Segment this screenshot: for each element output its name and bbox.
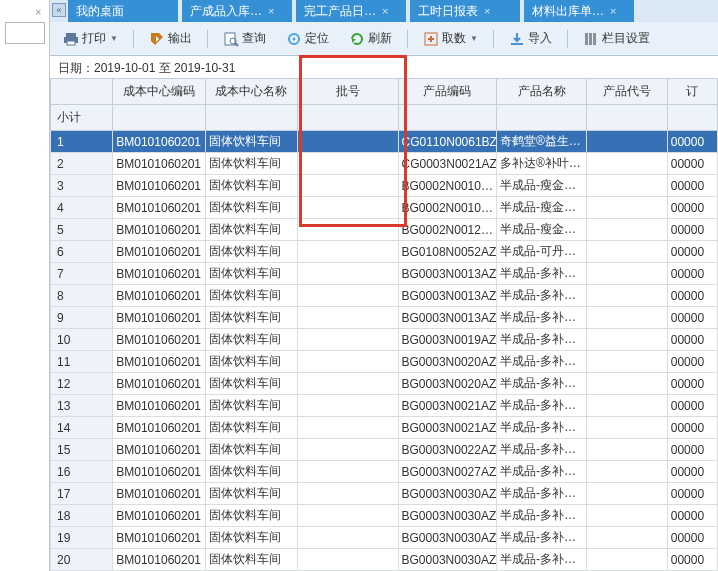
- cell-prod-dh[interactable]: [587, 461, 667, 483]
- table-row[interactable]: 9BM0101060201固体饮料车间BG0003N0013AZ1半成品-多补……: [51, 307, 718, 329]
- close-icon[interactable]: ×: [268, 5, 274, 17]
- table-row[interactable]: 8BM0101060201固体饮料车间BG0003N0013AZ1半成品-多补……: [51, 285, 718, 307]
- cell-cost-name[interactable]: 固体饮料车间: [205, 439, 297, 461]
- cell-cost-name[interactable]: 固体饮料车间: [205, 153, 297, 175]
- cell-prod-code[interactable]: BG0003N0027AZ1: [398, 461, 496, 483]
- cell-prod-code[interactable]: BG0003N0019AZ1: [398, 329, 496, 351]
- cell-rownum[interactable]: 9: [51, 307, 113, 329]
- close-icon[interactable]: ×: [484, 5, 490, 17]
- cell-batch[interactable]: [298, 285, 398, 307]
- cell-rownum[interactable]: 19: [51, 527, 113, 549]
- cell-cost-name[interactable]: 固体饮料车间: [205, 219, 297, 241]
- cell-tail[interactable]: 00000: [667, 373, 717, 395]
- cell-batch[interactable]: [298, 417, 398, 439]
- cell-cost-name[interactable]: 固体饮料车间: [205, 483, 297, 505]
- cell-rownum[interactable]: 7: [51, 263, 113, 285]
- cell-cost-name[interactable]: 固体饮料车间: [205, 549, 297, 571]
- cell-cost-name[interactable]: 固体饮料车间: [205, 417, 297, 439]
- cell-prod-name[interactable]: 半成品-多补…: [496, 483, 586, 505]
- cell-cost-name[interactable]: 固体饮料车间: [205, 307, 297, 329]
- cell-prod-dh[interactable]: [587, 285, 667, 307]
- table-row[interactable]: 1BM0101060201固体饮料车间CG0110N0061BZ1奇鹤堂®益生……: [51, 131, 718, 153]
- cell-prod-dh[interactable]: [587, 351, 667, 373]
- cell-prod-code[interactable]: BG0003N0021AZ1: [398, 395, 496, 417]
- cell-batch[interactable]: [298, 197, 398, 219]
- col-cost-name[interactable]: 成本中心名称: [205, 79, 297, 105]
- cell-batch[interactable]: [298, 395, 398, 417]
- export-button[interactable]: 输出: [144, 28, 197, 49]
- cell-prod-name[interactable]: 半成品-多补…: [496, 505, 586, 527]
- cell-prod-name[interactable]: 半成品-多补…: [496, 417, 586, 439]
- tab-finished-in[interactable]: 产成品入库…×: [182, 0, 292, 22]
- cell-prod-code[interactable]: BG0003N0030AZ1: [398, 483, 496, 505]
- cell-prod-code[interactable]: BG0003N0030AZ1: [398, 527, 496, 549]
- cell-rownum[interactable]: 2: [51, 153, 113, 175]
- cell-prod-dh[interactable]: [587, 395, 667, 417]
- cell-prod-dh[interactable]: [587, 307, 667, 329]
- collapse-icon[interactable]: «: [52, 3, 66, 17]
- tab-hours-report[interactable]: 工时日报表×: [410, 0, 520, 22]
- quick-field[interactable]: [5, 22, 45, 44]
- cell-rownum[interactable]: 3: [51, 175, 113, 197]
- cell-tail[interactable]: 00000: [667, 329, 717, 351]
- cell-prod-dh[interactable]: [587, 131, 667, 153]
- getnum-button[interactable]: 取数▼: [418, 28, 483, 49]
- table-row[interactable]: 2BM0101060201固体饮料车间CG0003N0021AZ1多补达®补叶……: [51, 153, 718, 175]
- cell-cost-name[interactable]: 固体饮料车间: [205, 131, 297, 153]
- cell-cost-code[interactable]: BM0101060201: [113, 373, 205, 395]
- cell-tail[interactable]: 00000: [667, 505, 717, 527]
- cell-cost-name[interactable]: 固体饮料车间: [205, 329, 297, 351]
- table-row[interactable]: 11BM0101060201固体饮料车间BG0003N0020AZ1半成品-多补…: [51, 351, 718, 373]
- cell-prod-name[interactable]: 半成品-多补…: [496, 351, 586, 373]
- table-row[interactable]: 20BM0101060201固体饮料车间BG0003N0030AZ1半成品-多补…: [51, 549, 718, 571]
- cell-rownum[interactable]: 10: [51, 329, 113, 351]
- cell-prod-code[interactable]: BG0003N0013AZ1: [398, 263, 496, 285]
- cell-batch[interactable]: [298, 241, 398, 263]
- cell-prod-name[interactable]: 半成品-多补…: [496, 373, 586, 395]
- cell-rownum[interactable]: 4: [51, 197, 113, 219]
- cell-prod-dh[interactable]: [587, 329, 667, 351]
- cell-cost-name[interactable]: 固体饮料车间: [205, 285, 297, 307]
- table-row[interactable]: 5BM0101060201固体饮料车间BG0002N0012…半成品-瘦金…00…: [51, 219, 718, 241]
- cell-cost-code[interactable]: BM0101060201: [113, 153, 205, 175]
- cell-tail[interactable]: 00000: [667, 395, 717, 417]
- cell-prod-name[interactable]: 半成品-多补…: [496, 395, 586, 417]
- cell-rownum[interactable]: 1: [51, 131, 113, 153]
- cell-batch[interactable]: [298, 461, 398, 483]
- cell-rownum[interactable]: 14: [51, 417, 113, 439]
- cell-rownum[interactable]: 5: [51, 219, 113, 241]
- cell-tail[interactable]: 00000: [667, 285, 717, 307]
- cell-prod-name[interactable]: 半成品-瘦金…: [496, 175, 586, 197]
- cell-batch[interactable]: [298, 439, 398, 461]
- locate-button[interactable]: 定位: [281, 28, 334, 49]
- cell-prod-code[interactable]: BG0002N0012…: [398, 219, 496, 241]
- cell-cost-code[interactable]: BM0101060201: [113, 483, 205, 505]
- cell-batch[interactable]: [298, 329, 398, 351]
- table-row[interactable]: 15BM0101060201固体饮料车间BG0003N0022AZ1半成品-多补…: [51, 439, 718, 461]
- cell-tail[interactable]: 00000: [667, 527, 717, 549]
- cell-cost-code[interactable]: BM0101060201: [113, 263, 205, 285]
- cell-batch[interactable]: [298, 153, 398, 175]
- cell-rownum[interactable]: 20: [51, 549, 113, 571]
- column-settings-button[interactable]: 栏目设置: [578, 28, 655, 49]
- cell-prod-code[interactable]: BG0003N0013AZ1: [398, 307, 496, 329]
- cell-tail[interactable]: 00000: [667, 175, 717, 197]
- cell-prod-dh[interactable]: [587, 219, 667, 241]
- cell-prod-code[interactable]: BG0003N0020AZ1: [398, 351, 496, 373]
- cell-cost-code[interactable]: BM0101060201: [113, 351, 205, 373]
- cell-cost-name[interactable]: 固体饮料车间: [205, 263, 297, 285]
- cell-tail[interactable]: 00000: [667, 351, 717, 373]
- cell-prod-code[interactable]: BG0003N0013AZ1: [398, 285, 496, 307]
- cell-prod-code[interactable]: CG0110N0061BZ1: [398, 131, 496, 153]
- cell-cost-code[interactable]: BM0101060201: [113, 417, 205, 439]
- cell-tail[interactable]: 00000: [667, 483, 717, 505]
- cell-cost-code[interactable]: BM0101060201: [113, 395, 205, 417]
- cell-cost-code[interactable]: BM0101060201: [113, 549, 205, 571]
- cell-rownum[interactable]: 11: [51, 351, 113, 373]
- cell-rownum[interactable]: 15: [51, 439, 113, 461]
- cell-prod-dh[interactable]: [587, 483, 667, 505]
- cell-cost-name[interactable]: 固体饮料车间: [205, 241, 297, 263]
- cell-batch[interactable]: [298, 549, 398, 571]
- cell-prod-name[interactable]: 半成品-多补…: [496, 285, 586, 307]
- table-row[interactable]: 3BM0101060201固体饮料车间BG0002N0010…半成品-瘦金…00…: [51, 175, 718, 197]
